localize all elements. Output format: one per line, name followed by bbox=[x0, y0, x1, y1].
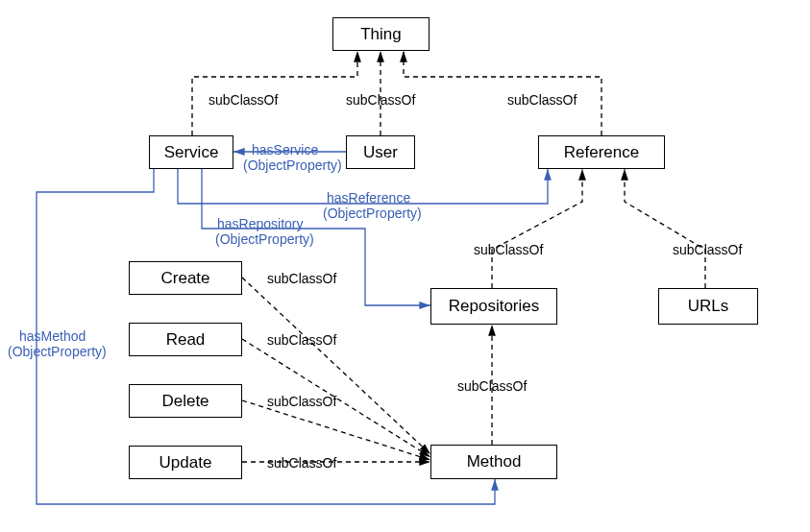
label-has-service-note: (ObjectProperty) bbox=[243, 157, 342, 173]
label-sc-create-method: subClassOf bbox=[267, 271, 336, 286]
node-update: Update bbox=[129, 446, 242, 479]
label-sc-reference-thing: subClassOf bbox=[507, 92, 577, 108]
node-thing: Thing bbox=[332, 17, 430, 51]
node-method: Method bbox=[430, 445, 557, 479]
label-has-repository-note: (ObjectProperty) bbox=[215, 231, 314, 247]
node-delete: Delete bbox=[129, 384, 242, 418]
label-sc-read-method: subClassOf bbox=[267, 332, 336, 348]
label-sc-service-thing: subClassOf bbox=[209, 92, 278, 108]
node-service: Service bbox=[149, 135, 233, 169]
label-has-reference-note: (ObjectProperty) bbox=[323, 206, 422, 221]
edges-layer bbox=[0, 0, 810, 532]
label-sc-update-method: subClassOf bbox=[267, 455, 336, 471]
label-has-method-note: (ObjectProperty) bbox=[8, 344, 107, 359]
label-has-repository: hasRepository bbox=[217, 216, 304, 231]
label-has-reference: hasReference bbox=[327, 190, 410, 206]
label-has-method: hasMethod bbox=[19, 328, 86, 344]
label-sc-urls-ref: subClassOf bbox=[673, 242, 742, 257]
ontology-diagram: Thing Service User Reference Create Read… bbox=[0, 0, 810, 532]
node-create: Create bbox=[129, 261, 242, 295]
node-urls: URLs bbox=[658, 288, 758, 325]
label-sc-method-repos: subClassOf bbox=[457, 378, 527, 394]
node-reference: Reference bbox=[538, 135, 665, 169]
node-read: Read bbox=[129, 323, 242, 356]
node-repositories: Repositories bbox=[430, 288, 557, 325]
label-sc-repos-ref: subClassOf bbox=[474, 242, 543, 257]
label-sc-user-thing: subClassOf bbox=[346, 92, 415, 108]
label-sc-delete-method: subClassOf bbox=[267, 394, 336, 409]
node-user: User bbox=[346, 135, 415, 169]
label-has-service: hasService bbox=[252, 142, 318, 157]
